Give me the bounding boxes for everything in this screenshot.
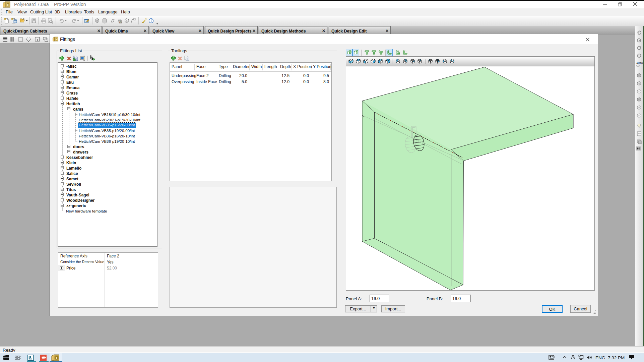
svg-text:AUTO: AUTO bbox=[636, 62, 643, 64]
svg-text:2D: 2D bbox=[119, 21, 122, 23]
